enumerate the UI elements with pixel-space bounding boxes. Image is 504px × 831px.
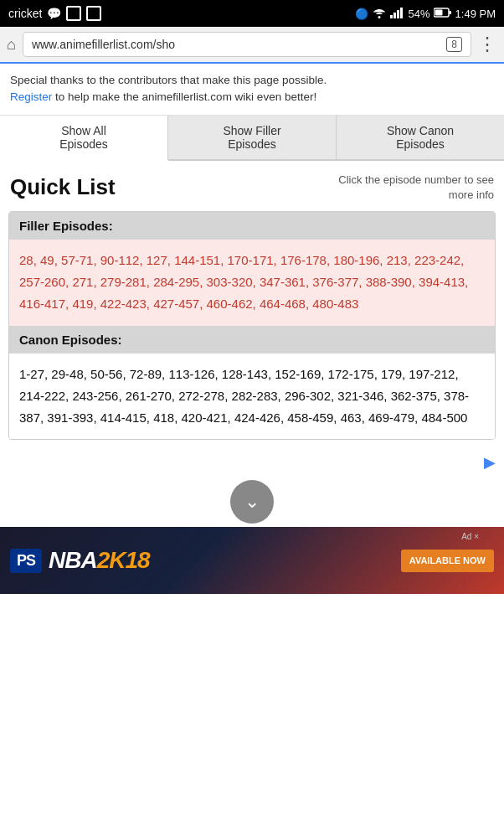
url-bar[interactable]: www.animefillerlist.com/sho 8 [23, 32, 471, 57]
tab-all-label: Show AllEpisodes [59, 124, 108, 151]
svg-rect-1 [393, 13, 396, 18]
battery-label: 54% [409, 8, 430, 20]
time-label: 1:49 PM [455, 8, 496, 20]
status-left: cricket 💬 [8, 6, 101, 21]
canon-header: Canon Episodes: [9, 326, 495, 354]
svg-rect-6 [435, 9, 442, 15]
quick-list-hint: Click the episode number to see more inf… [327, 173, 494, 203]
nba-title: NBA2K18 [49, 547, 150, 574]
svg-rect-2 [397, 10, 399, 18]
ad-arrow-icon: ▶ [484, 453, 496, 472]
nba-ad-banner[interactable]: PS NBA2K18 AVAILABLE NOW Ad × [0, 527, 504, 594]
tab-all-episodes[interactable]: Show AllEpisodes [0, 116, 168, 161]
info-suffix: to help make the animefillerlist.com wik… [52, 90, 316, 103]
tab-filler-label: Show FillerEpisodes [223, 124, 280, 151]
square-icon-1 [66, 6, 81, 21]
episode-table: Filler Episodes: 28, 49, 57-71, 90-112, … [8, 211, 496, 441]
wifi-icon [372, 7, 387, 21]
bluetooth-icon: 🔵 [355, 8, 368, 20]
tab-canon-label: Show CanonEpisodes [387, 124, 454, 151]
scroll-down-area: ⌄ [0, 480, 504, 524]
battery-icon [434, 8, 452, 20]
tab-filler-episodes[interactable]: Show FillerEpisodes [168, 116, 337, 159]
canon-episodes[interactable]: 1-27, 29-48, 50-56, 72-89, 113-126, 128-… [9, 354, 495, 440]
home-button[interactable]: ⌂ [7, 36, 16, 54]
tab-count[interactable]: 8 [446, 37, 462, 52]
quick-list-title: Quick List [10, 174, 116, 200]
nba-cta[interactable]: AVAILABLE NOW [401, 550, 494, 572]
page-content: Special thanks to the contributors that … [0, 64, 504, 524]
status-right: 🔵 54% 1:49 PM [355, 7, 496, 21]
ad-area: ▶ [0, 453, 504, 472]
browser-bar: ⌂ www.animefillerlist.com/sho 8 ⋮ [0, 27, 504, 64]
filler-episodes[interactable]: 28, 49, 57-71, 90-112, 127, 144-151, 170… [9, 240, 495, 326]
square-icon-2 [86, 6, 101, 21]
tabs-container: Show AllEpisodes Show FillerEpisodes Sho… [0, 116, 504, 161]
tab-canon-episodes[interactable]: Show CanonEpisodes [337, 116, 504, 159]
svg-rect-3 [400, 8, 403, 18]
messenger-icon: 💬 [47, 7, 61, 20]
info-text: Special thanks to the contributors that … [10, 74, 327, 86]
info-bar: Special thanks to the contributors that … [0, 64, 504, 116]
status-bar: cricket 💬 🔵 54% 1:49 PM [0, 0, 504, 27]
filler-header: Filler Episodes: [9, 212, 495, 240]
chevron-down-icon: ⌄ [244, 491, 260, 513]
register-link[interactable]: Register [10, 90, 52, 103]
carrier-label: cricket [8, 7, 42, 20]
svg-rect-5 [449, 11, 451, 14]
svg-rect-0 [390, 15, 393, 18]
scroll-down-button[interactable]: ⌄ [230, 480, 274, 524]
signal-icon [390, 7, 405, 21]
url-text: www.animefillerlist.com/sho [32, 38, 175, 51]
playstation-logo: PS [10, 549, 42, 573]
ad-close-label[interactable]: Ad × [461, 532, 479, 541]
nba-ad-left: PS NBA2K18 [10, 547, 150, 574]
menu-button[interactable]: ⋮ [478, 34, 497, 55]
quick-list-header: Quick List Click the episode number to s… [0, 161, 504, 211]
